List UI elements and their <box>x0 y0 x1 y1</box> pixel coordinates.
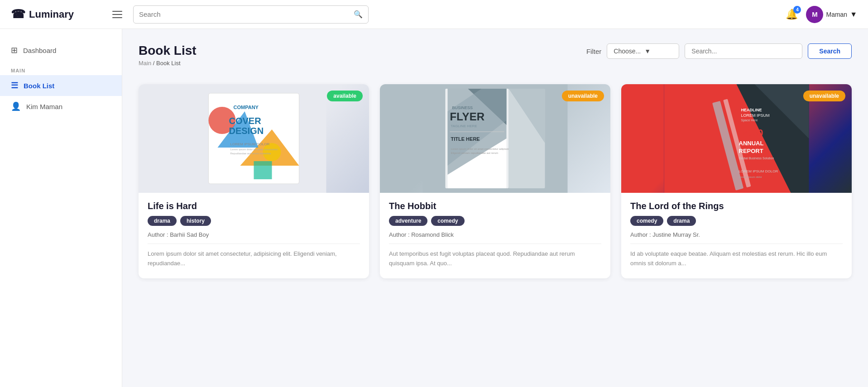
breadcrumb-main[interactable]: Main <box>139 60 151 67</box>
svg-text:Space Here: Space Here <box>741 119 758 122</box>
book-title-1: Life is Hard <box>148 201 360 211</box>
svg-text:LOREM IPSUM: LOREM IPSUM <box>741 113 770 118</box>
sidebar-item-kim-maman[interactable]: 👤 Kim Maman <box>0 96 122 117</box>
sidebar-section-main: MAIN <box>0 61 122 75</box>
svg-text:Lorem ipsum dolor sit amet con: Lorem ipsum dolor sit amet consectetur a… <box>451 148 511 150</box>
book-info-2: The Hobbit adventure comedy Author : Ros… <box>380 193 610 278</box>
page-header: Book List Main / Book List Filter Choose… <box>139 43 852 72</box>
svg-text:DESIGN: DESIGN <box>229 126 264 136</box>
page-title: Book List <box>139 43 197 58</box>
svg-text:FLYER: FLYER <box>450 110 484 123</box>
book-cover-2: BUSINESS FLYER TAGLINE HERE TITLE HERE L… <box>380 84 610 193</box>
filter-select-value: Choose... <box>614 48 641 55</box>
book-desc-1: Lorem ipsum dolor sit amet consectetur, … <box>148 249 360 268</box>
global-search-input[interactable] <box>139 10 354 18</box>
main-content: Book List Main / Book List Filter Choose… <box>122 29 868 387</box>
app-layout: ⊞ Dashboard MAIN ☰ Book List 👤 Kim Maman… <box>0 29 868 387</box>
book-tag: comedy <box>630 216 663 226</box>
svg-text:REPORT: REPORT <box>739 148 763 154</box>
svg-text:TITLE HERE: TITLE HERE <box>451 136 480 142</box>
breadcrumb: Main / Book List <box>139 60 197 67</box>
book-tag: drama <box>148 216 177 226</box>
book-badge-3: unavailable <box>803 91 845 101</box>
hamburger-button[interactable] <box>112 11 122 18</box>
topnav-right: 🔔 4 M Maman ▼ <box>786 6 857 23</box>
sidebar-item-label: Book List <box>24 82 54 90</box>
sidebar-item-dashboard[interactable]: ⊞ Dashboard <box>0 40 122 61</box>
user-initials: M <box>812 10 818 18</box>
book-list-icon: ☰ <box>11 81 18 91</box>
svg-text:Lorem ipsum dolor sit amet con: Lorem ipsum dolor sit amet consectetur <box>230 148 278 151</box>
book-card-3: HEADLINE LOREM IPSUM Space Here 2030 ANN… <box>621 84 852 278</box>
book-info-1: Life is Hard drama history Author : Barh… <box>139 193 369 278</box>
svg-text:Eligendi veniam repudiandae au: Eligendi veniam repudiandae aut rerum <box>451 152 499 154</box>
filter-select[interactable]: Choose... ▼ <box>607 43 679 59</box>
sidebar-item-book-list[interactable]: ☰ Book List <box>0 75 122 96</box>
user-name: Maman <box>826 11 847 18</box>
chevron-down-icon: ▼ <box>644 48 651 55</box>
book-author-1: Author : Barhii Sad Boy <box>148 231 360 244</box>
dropdown-arrow-icon: ▼ <box>850 10 857 19</box>
svg-text:LOREM IPSUM DOLOR: LOREM IPSUM DOLOR <box>230 142 270 146</box>
user-dropdown[interactable]: M Maman ▼ <box>806 6 857 23</box>
svg-text:BUSINESS: BUSINESS <box>452 105 473 110</box>
notification-bell[interactable]: 🔔 4 <box>786 9 798 20</box>
book-desc-3: Id ab voluptate eaque beatae. Aliquam es… <box>630 249 843 268</box>
svg-text:COVER: COVER <box>229 116 262 126</box>
sidebar: ⊞ Dashboard MAIN ☰ Book List 👤 Kim Maman <box>0 29 122 387</box>
book-card-2: BUSINESS FLYER TAGLINE HERE TITLE HERE L… <box>380 84 610 278</box>
book-tags-2: adventure comedy <box>389 216 601 226</box>
app-name: Luminary <box>29 9 74 20</box>
book-tag: history <box>180 216 211 226</box>
svg-text:Lorem: ipsum dolor: Lorem: ipsum dolor <box>739 176 762 178</box>
breadcrumb-current: Book List <box>156 60 180 67</box>
book-cover-1: COMPANY COVER DESIGN LOREM IPSUM DOLOR L… <box>139 84 369 193</box>
topnav: ☎ Luminary 🔍 🔔 4 M Maman ▼ <box>0 0 868 29</box>
book-cover-3: HEADLINE LOREM IPSUM Space Here 2030 ANN… <box>621 84 852 193</box>
notification-badge: 4 <box>793 6 801 14</box>
global-search-icon: 🔍 <box>354 10 363 19</box>
svg-text:TAGLINE HERE: TAGLINE HERE <box>451 124 477 128</box>
svg-text:Global Business Solution: Global Business Solution <box>739 157 774 160</box>
book-grid: COMPANY COVER DESIGN LOREM IPSUM DOLOR L… <box>139 84 852 278</box>
global-search-bar: 🔍 <box>133 5 369 24</box>
book-tag: adventure <box>389 216 427 226</box>
svg-text:ANNUAL: ANNUAL <box>739 140 764 147</box>
book-tags-3: comedy drama <box>630 216 843 226</box>
book-author-2: Author : Rosamond Blick <box>389 231 601 244</box>
person-icon: 👤 <box>11 101 21 111</box>
book-tag: drama <box>667 216 696 226</box>
book-title-2: The Hobbit <box>389 201 601 211</box>
book-title-3: The Lord of the Rings <box>630 201 843 211</box>
book-author-3: Author : Justine Murray Sr. <box>630 231 843 244</box>
dashboard-icon: ⊞ <box>11 45 18 55</box>
book-tags-1: drama history <box>148 216 360 226</box>
book-badge-1: available <box>327 91 363 101</box>
book-desc-2: Aut temporibus est fugit voluptas placea… <box>389 249 601 268</box>
logo: ☎ Luminary <box>11 7 101 21</box>
logo-icon: ☎ <box>11 7 25 21</box>
svg-text:LOREM IPSUM DOLOR: LOREM IPSUM DOLOR <box>739 169 778 173</box>
svg-text:Repudiandae aut rerum molestia: Repudiandae aut rerum molestias <box>230 152 271 155</box>
filter-bar: Filter Choose... ▼ Search <box>586 43 852 59</box>
book-card-1: COMPANY COVER DESIGN LOREM IPSUM DOLOR L… <box>139 84 369 278</box>
svg-rect-6 <box>254 161 272 179</box>
book-info-3: The Lord of the Rings comedy drama Autho… <box>621 193 852 278</box>
filter-search-input[interactable] <box>685 43 802 59</box>
sidebar-item-label: Kim Maman <box>26 103 62 110</box>
svg-text:COMPANY: COMPANY <box>234 105 259 110</box>
book-tag: comedy <box>431 216 464 226</box>
filter-label: Filter <box>586 48 601 55</box>
user-avatar: M <box>806 6 823 23</box>
svg-text:HEADLINE: HEADLINE <box>741 108 762 112</box>
book-badge-2: unavailable <box>562 91 604 101</box>
filter-search-button[interactable]: Search <box>808 43 852 59</box>
svg-text:2030: 2030 <box>741 127 763 139</box>
sidebar-item-label: Dashboard <box>23 47 56 54</box>
